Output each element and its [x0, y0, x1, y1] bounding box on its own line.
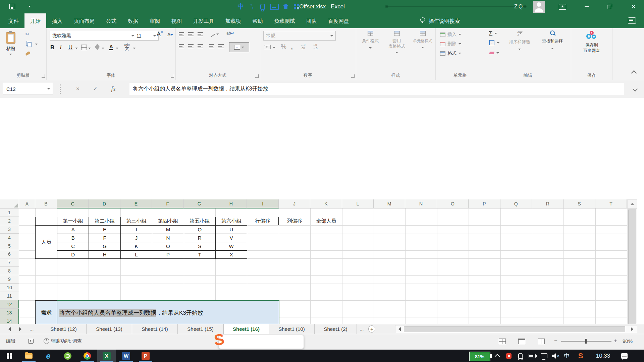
- orientation-icon[interactable]: [208, 30, 215, 37]
- tray-ime-mode[interactable]: 中: [562, 350, 572, 362]
- grow-font-button[interactable]: A: [157, 31, 163, 38]
- page-break-view-button[interactable]: [538, 339, 545, 344]
- format-cells-button[interactable]: 格式: [440, 50, 461, 56]
- copy-dropdown-icon[interactable]: [35, 44, 38, 45]
- column-header-F[interactable]: F: [152, 199, 183, 208]
- cell-requirement-text[interactable]: 将六个小组的人员名单整理成一列数据，结果从K3开始放: [57, 300, 279, 326]
- comma-style-button[interactable]: ,: [291, 42, 293, 51]
- normal-view-button[interactable]: [499, 339, 506, 344]
- cell-group-header[interactable]: 第五小组: [184, 217, 216, 226]
- taskbar-word[interactable]: W: [117, 350, 136, 362]
- align-right-icon[interactable]: [198, 44, 203, 48]
- column-header-M[interactable]: M: [374, 199, 405, 208]
- cut-icon[interactable]: ✂: [25, 32, 30, 37]
- sheet-tabs-right-overflow[interactable]: ...: [360, 324, 364, 334]
- increase-decimal-button[interactable]: ←.0.00: [300, 44, 306, 50]
- cancel-button[interactable]: ×: [71, 83, 85, 95]
- zoom-in-button[interactable]: +: [614, 338, 617, 344]
- cell-table-corner[interactable]: [35, 217, 57, 226]
- number-dialog-launcher[interactable]: [351, 74, 355, 78]
- ribbon-tab[interactable]: 团队: [301, 13, 323, 28]
- autosum-button[interactable]: Σ: [489, 30, 497, 37]
- align-middle-icon[interactable]: [188, 32, 194, 36]
- cell-member[interactable]: N: [152, 234, 184, 242]
- start-button[interactable]: [0, 350, 19, 362]
- close-button[interactable]: ×: [626, 0, 641, 13]
- fill-color-icon[interactable]: [95, 44, 100, 50]
- cell-member[interactable]: Q: [184, 225, 216, 234]
- taskbar-360-browser[interactable]: [58, 350, 77, 362]
- ribbon-tab[interactable]: 插入: [46, 13, 68, 28]
- new-sheet-button[interactable]: +: [368, 325, 375, 333]
- cell-member[interactable]: T: [184, 250, 216, 259]
- user-initials[interactable]: ZQ: [514, 0, 524, 13]
- taskbar-internet-explorer[interactable]: e: [39, 350, 58, 362]
- cell-member[interactable]: J: [120, 234, 152, 242]
- tray-expand-button[interactable]: [493, 350, 501, 362]
- comments-icon[interactable]: [628, 17, 636, 24]
- font-size-select[interactable]: 11: [134, 31, 159, 41]
- row-header-12[interactable]: 12: [0, 300, 19, 309]
- battery-percentage-widget[interactable]: 81%: [469, 352, 490, 361]
- ime-skin-button[interactable]: [280, 0, 291, 13]
- sort-filter-button[interactable]: 排序和筛选: [504, 31, 535, 51]
- paste-dropdown-icon[interactable]: [9, 54, 12, 55]
- ribbon-tab[interactable]: 帮助: [247, 13, 269, 28]
- cell-group-header[interactable]: 第一小组: [57, 217, 89, 226]
- underline-dropdown-icon[interactable]: [75, 48, 78, 49]
- name-box[interactable]: C12: [3, 83, 53, 95]
- decrease-decimal-button[interactable]: .00→.0: [312, 44, 318, 50]
- accounting-format-icon[interactable]: [264, 45, 271, 49]
- minimize-button[interactable]: [580, 0, 595, 13]
- ribbon-tab[interactable]: 负载测试: [269, 13, 301, 28]
- column-header-P[interactable]: P: [469, 199, 500, 208]
- cell-member[interactable]: S: [184, 242, 216, 251]
- clock[interactable]: 10:33: [590, 350, 616, 362]
- sheet-tab-Sheet1 (13)[interactable]: Sheet1 (13): [87, 324, 132, 334]
- column-header-G[interactable]: G: [184, 199, 215, 208]
- align-top-icon[interactable]: [179, 32, 184, 36]
- ribbon-tab[interactable]: 开始: [24, 13, 46, 28]
- hscroll-thumb[interactable]: [404, 326, 625, 332]
- row-header-3[interactable]: 3: [0, 225, 19, 234]
- avatar[interactable]: [533, 1, 545, 13]
- cell-row-label[interactable]: 人员: [35, 225, 57, 259]
- ime-voice-button[interactable]: [257, 0, 268, 13]
- tell-me-search[interactable]: 操作说明搜索: [429, 13, 460, 28]
- column-header-B[interactable]: B: [35, 199, 57, 208]
- sheet-tabs-left-overflow[interactable]: ...: [30, 324, 34, 334]
- ribbon-tab[interactable]: 文件: [3, 13, 24, 28]
- select-all-corner[interactable]: [0, 199, 19, 208]
- zoom-level[interactable]: 90%: [623, 338, 633, 344]
- notification-center-button[interactable]: [619, 350, 630, 362]
- cell-member[interactable]: I: [120, 225, 152, 234]
- italic-button[interactable]: I: [60, 44, 62, 51]
- name-box-dropdown-icon[interactable]: [47, 88, 50, 89]
- copy-icon[interactable]: [26, 41, 30, 46]
- ribbon-tab[interactable]: 视图: [166, 13, 187, 28]
- cell-requirement-label[interactable]: 需求: [35, 300, 57, 326]
- cell-group-header[interactable]: 第二小组: [89, 217, 120, 226]
- column-header-I[interactable]: I: [247, 199, 278, 208]
- row-header-4[interactable]: 4: [0, 234, 19, 242]
- cell-side-label[interactable]: 列偏移: [279, 217, 310, 225]
- cell-member[interactable]: D: [57, 250, 89, 259]
- tray-microphone[interactable]: [516, 350, 525, 362]
- alignment-dialog-launcher[interactable]: [255, 74, 259, 78]
- clear-button[interactable]: [489, 52, 499, 54]
- sheet-tab-Sheet1 (12)[interactable]: Sheet1 (12): [41, 324, 87, 334]
- cell-member[interactable]: R: [184, 234, 216, 242]
- macro-record-icon[interactable]: [28, 339, 34, 344]
- expand-formula-bar-icon[interactable]: [633, 86, 638, 92]
- column-header-A[interactable]: A: [19, 199, 35, 208]
- font-name-select[interactable]: 微软雅黑: [50, 31, 137, 41]
- column-header-N[interactable]: N: [405, 199, 437, 208]
- cell-member[interactable]: G: [89, 242, 120, 251]
- column-header-R[interactable]: R: [532, 199, 564, 208]
- row-header-5[interactable]: 5: [0, 242, 19, 250]
- save-to-baidu-button[interactable]: 保存到 百度网盘: [575, 31, 608, 53]
- hscroll-left-button[interactable]: [396, 325, 403, 333]
- row-header-10[interactable]: 10: [0, 284, 19, 292]
- tray-volume-muted[interactable]: ×: [551, 350, 561, 362]
- font-color-button[interactable]: A: [109, 44, 113, 50]
